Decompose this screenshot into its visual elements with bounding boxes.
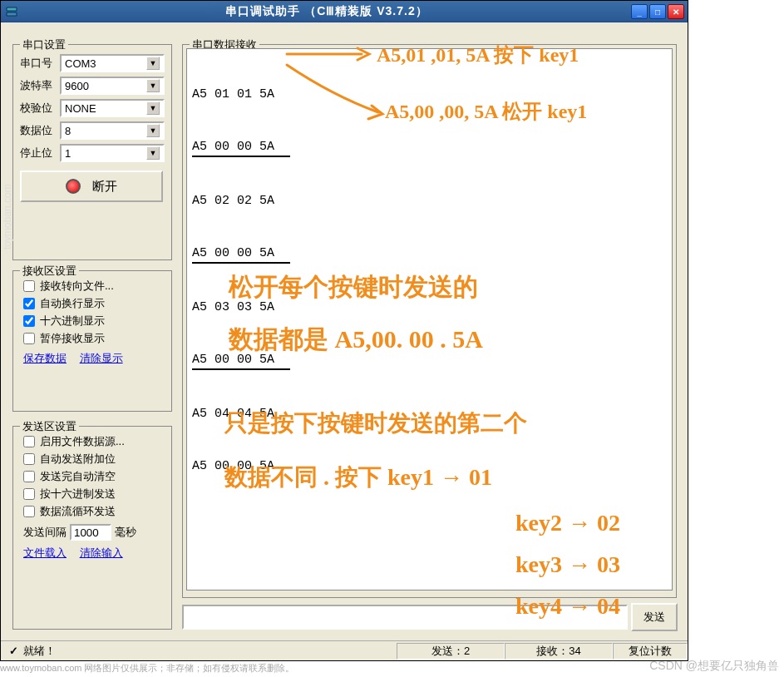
stop-bits-select[interactable]: 1 ▼ — [60, 144, 165, 162]
clear-input-link[interactable]: 清除输入 — [80, 546, 123, 559]
application-window: 串口调试助手 （CⅢ精装版 V3.7.2） _ □ ✕ 串口设置 串口号 COM… — [0, 0, 688, 661]
data-bits-select[interactable]: 8 ▼ — [60, 121, 165, 140]
pause-recv-checkbox[interactable] — [23, 333, 35, 344]
interval-input[interactable] — [70, 524, 111, 541]
hex-send-label: 按十六进制发送 — [40, 487, 116, 502]
clear-after-send-checkbox[interactable] — [23, 471, 35, 482]
chevron-down-icon[interactable]: ▼ — [146, 124, 160, 137]
data-line: A5 00 00 5A — [192, 245, 290, 264]
disconnect-button[interactable]: 断开 — [20, 170, 163, 202]
chevron-down-icon[interactable]: ▼ — [146, 79, 160, 92]
data-line: A5 00 00 5A — [192, 457, 667, 475]
connection-led-icon — [66, 179, 81, 194]
data-line: A5 03 03 5A — [192, 299, 667, 316]
send-settings-group: 发送区设置 启用文件数据源... 自动发送附加位 发送完自动清空 按十六进制发送… — [12, 426, 172, 630]
hex-send-checkbox[interactable] — [23, 488, 35, 500]
interval-unit: 毫秒 — [115, 525, 136, 540]
pause-recv-label: 暂停接收显示 — [40, 331, 105, 346]
data-line: A5 04 04 5A — [192, 405, 667, 423]
data-line: A5 01 01 5A — [192, 86, 667, 103]
port-value: COM3 — [65, 57, 146, 70]
send-button-label: 发送 — [643, 610, 665, 625]
interval-label: 发送间隔 — [23, 525, 67, 540]
client-area: 串口设置 串口号 COM3 ▼ 波特率 9600 ▼ 校验位 NONE — [1, 22, 688, 660]
file-source-checkbox[interactable] — [23, 436, 35, 447]
hex-display-label: 十六进制显示 — [40, 314, 105, 329]
recv-to-file-label: 接收转向文件... — [40, 279, 114, 294]
close-button[interactable]: ✕ — [668, 4, 684, 19]
hex-display-checkbox[interactable] — [23, 315, 35, 327]
receive-data-area[interactable]: A5 01 01 5A A5 00 00 5A A5 02 02 5A A5 0… — [186, 48, 673, 591]
parity-value: NONE — [65, 102, 146, 115]
receive-settings-legend: 接收区设置 — [20, 264, 79, 279]
baud-value: 9600 — [65, 80, 146, 92]
stop-bits-value: 1 — [65, 147, 146, 160]
status-bar: ✓ 就绪！ 发送：2 接收：34 复位计数 — [1, 640, 688, 660]
serial-settings-legend: 串口设置 — [20, 37, 68, 52]
port-select[interactable]: COM3 ▼ — [60, 54, 165, 72]
chevron-down-icon[interactable]: ▼ — [146, 101, 160, 115]
parity-select[interactable]: NONE ▼ — [60, 99, 165, 117]
chevron-down-icon[interactable]: ▼ — [146, 146, 160, 160]
send-input[interactable] — [182, 605, 628, 630]
baud-select[interactable]: 9600 ▼ — [60, 77, 165, 95]
maximize-button[interactable]: □ — [649, 4, 666, 19]
watermark: CSDN @想要亿只独角兽 — [649, 659, 779, 674]
ready-status: 就绪！ — [22, 644, 397, 659]
send-count-panel: 发送：2 — [397, 643, 505, 660]
stop-bits-label: 停止位 — [20, 146, 60, 161]
data-line: A5 00 00 5A — [192, 138, 290, 157]
reset-count-button[interactable]: 复位计数 — [613, 643, 688, 660]
app-icon — [4, 4, 19, 19]
baud-label: 波特率 — [20, 78, 60, 93]
auto-wrap-checkbox[interactable] — [23, 298, 35, 309]
disconnect-label: 断开 — [92, 179, 117, 195]
auto-wrap-label: 自动换行显示 — [40, 296, 105, 311]
data-bits-label: 数据位 — [20, 123, 60, 138]
data-line: A5 02 02 5A — [192, 192, 667, 210]
chevron-down-icon[interactable]: ▼ — [146, 57, 160, 70]
serial-settings-group: 串口设置 串口号 COM3 ▼ 波特率 9600 ▼ 校验位 NONE — [12, 44, 172, 260]
clear-display-link[interactable]: 清除显示 — [80, 352, 123, 364]
receive-settings-group: 接收区设置 接收转向文件... 自动换行显示 十六进制显示 暂停接收显示 保存数… — [12, 270, 172, 412]
minimize-button[interactable]: _ — [631, 4, 648, 19]
save-data-link[interactable]: 保存数据 — [23, 352, 67, 364]
auto-append-label: 自动发送附加位 — [40, 452, 116, 467]
side-watermark: toymoban.com — [2, 184, 13, 250]
clear-after-send-label: 发送完自动清空 — [40, 469, 116, 484]
loop-send-checkbox[interactable] — [23, 506, 35, 517]
loop-send-label: 数据流循环发送 — [40, 504, 116, 519]
titlebar: 串口调试助手 （CⅢ精装版 V3.7.2） _ □ ✕ — [1, 1, 688, 22]
data-bits-value: 8 — [65, 125, 146, 137]
send-button[interactable]: 发送 — [631, 603, 678, 631]
serial-data-receive-group: 串口数据接收 A5 01 01 5A A5 00 00 5A A5 02 02 … — [182, 44, 677, 598]
ready-icon: ✓ — [9, 645, 18, 657]
file-source-label: 启用文件数据源... — [40, 434, 125, 449]
auto-append-checkbox[interactable] — [23, 453, 35, 465]
window-title: 串口调试助手 （CⅢ精装版 V3.7.2） — [22, 4, 631, 19]
parity-label: 校验位 — [20, 101, 60, 116]
send-settings-legend: 发送区设置 — [20, 419, 79, 434]
footer-text: www.toymoban.com 网络图片仅供展示；非存储；如有侵权请联系删除。 — [0, 662, 294, 675]
data-line: A5 00 00 5A — [192, 351, 290, 370]
port-label: 串口号 — [20, 56, 60, 71]
recv-to-file-checkbox[interactable] — [23, 280, 35, 292]
recv-count-panel: 接收：34 — [505, 643, 613, 660]
load-file-link[interactable]: 文件载入 — [23, 546, 67, 559]
